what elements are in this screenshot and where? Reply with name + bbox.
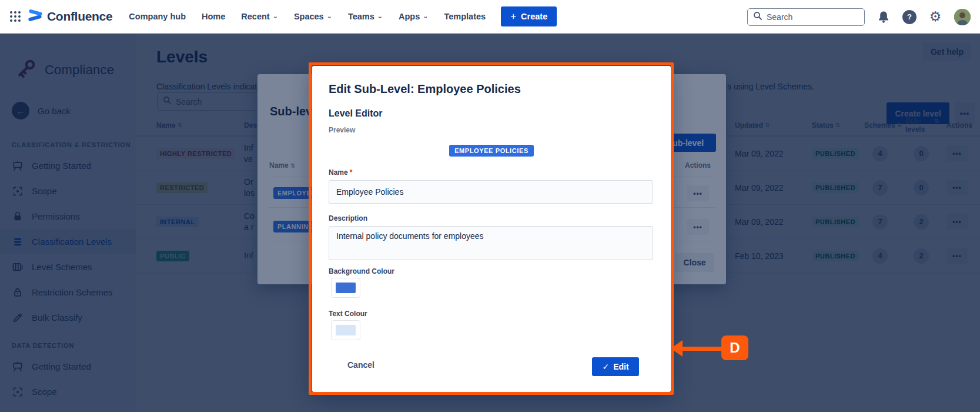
annotation-arrow: [680, 347, 725, 351]
required-asterisk: *: [350, 168, 353, 177]
nav-templates[interactable]: Templates: [444, 12, 486, 21]
text-colour-swatch: [336, 325, 356, 335]
global-search[interactable]: [747, 8, 865, 26]
level-editor-heading: Level Editor: [329, 108, 383, 119]
nav-home[interactable]: Home: [202, 12, 225, 21]
text-colour-picker[interactable]: [331, 320, 360, 340]
background-colour-picker[interactable]: [331, 278, 360, 298]
notifications-bell-icon[interactable]: [876, 9, 891, 25]
settings-gear-icon[interactable]: ⚙: [928, 9, 943, 25]
annotation-label: D: [721, 335, 748, 360]
chevron-down-icon: ⌄: [423, 12, 428, 20]
annotation-arrow-head: [671, 340, 683, 357]
preview-badge: EMPLOYEE POLICIES: [449, 145, 534, 157]
text-colour-label: Text Colour: [329, 310, 367, 318]
modal-title: Edit Sub-Level: Employee Policies: [329, 82, 521, 96]
create-button[interactable]: + Create: [501, 6, 557, 26]
nav-links: Company hub Home Recent⌄ Spaces⌄ Teams⌄ …: [129, 12, 486, 21]
chevron-down-icon: ⌄: [273, 12, 278, 20]
nav-right: ? ⚙: [747, 0, 980, 34]
nav-spaces[interactable]: Spaces⌄: [294, 12, 332, 21]
name-label: Name*: [329, 168, 352, 177]
nav-teams[interactable]: Teams⌄: [348, 12, 383, 21]
user-avatar[interactable]: [954, 9, 971, 25]
preview-badge-wrap: EMPLOYEE POLICIES: [312, 145, 671, 157]
app-switcher-icon[interactable]: [8, 9, 23, 24]
description-field[interactable]: Internal policy documents for employees: [329, 226, 653, 260]
background-colour-swatch: [336, 283, 356, 293]
global-search-input[interactable]: [767, 12, 855, 22]
top-nav: Confluence Company hub Home Recent⌄ Spac…: [0, 0, 980, 34]
nav-recent[interactable]: Recent⌄: [241, 12, 278, 21]
edit-sub-level-modal: Edit Sub-Level: Employee Policies Level …: [312, 66, 671, 392]
nav-apps[interactable]: Apps⌄: [399, 12, 428, 21]
description-label: Description: [329, 214, 367, 222]
search-icon: [753, 11, 762, 23]
plus-icon: +: [510, 11, 516, 22]
background-colour-label: Background Colour: [329, 267, 394, 275]
chevron-down-icon: ⌄: [377, 12, 383, 20]
name-field[interactable]: [329, 180, 653, 204]
edit-button[interactable]: ✓ Edit: [592, 357, 639, 376]
preview-label: Preview: [329, 126, 355, 134]
confluence-logo[interactable]: Confluence: [28, 8, 112, 25]
cancel-button[interactable]: Cancel: [347, 360, 374, 370]
chevron-down-icon: ⌄: [327, 12, 332, 20]
screen: Confluence Company hub Home Recent⌄ Spac…: [0, 0, 980, 412]
nav-company-hub[interactable]: Company hub: [129, 12, 186, 21]
check-icon: ✓: [602, 362, 609, 371]
confluence-mark-icon: [28, 8, 43, 25]
product-name: Confluence: [47, 9, 112, 24]
help-icon[interactable]: ?: [902, 10, 917, 24]
